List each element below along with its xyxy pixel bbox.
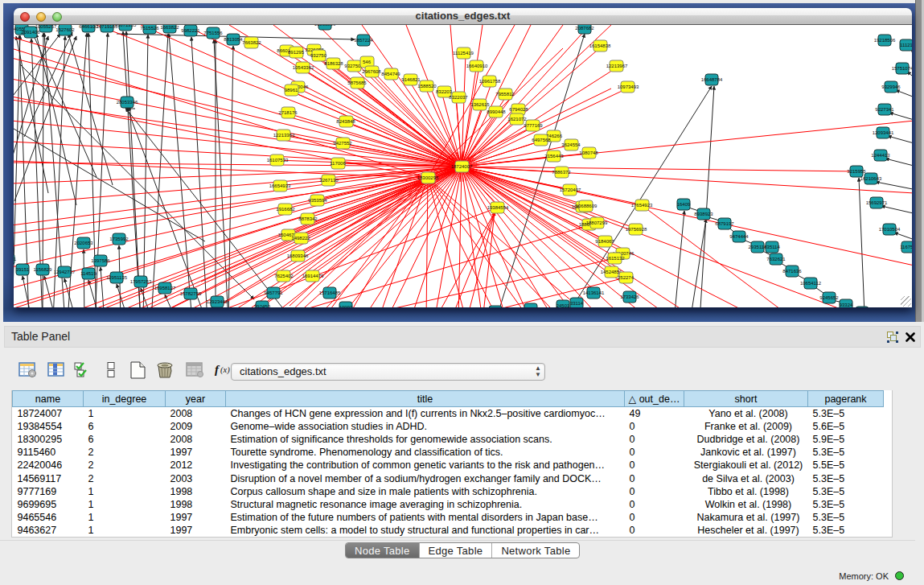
svg-text:9474444: 9474444 [729,234,749,239]
svg-text:1244413: 1244413 [871,153,890,158]
svg-text:17010504: 17010504 [879,227,901,232]
svg-text:24501: 24501 [556,303,570,307]
svg-text:9227341: 9227341 [875,107,894,112]
svg-text:39151: 39151 [16,267,30,272]
svg-text:8186328: 8186328 [324,61,343,66]
svg-text:8938923: 8938923 [694,212,713,216]
svg-text:932750: 932750 [310,53,327,58]
svg-text:2087682: 2087682 [575,26,594,31]
svg-text:16033809: 16033809 [314,25,336,27]
svg-text:117006: 117006 [330,161,346,166]
svg-text:8878342: 8878342 [298,216,318,221]
svg-text:11125419: 11125419 [453,51,474,56]
svg-text:1588520: 1588520 [417,84,437,89]
svg-text:93324: 93324 [840,303,853,307]
svg-text:8454749: 8454749 [381,72,400,76]
svg-text:7751556: 7751556 [203,31,223,35]
svg-text:15716485: 15716485 [319,290,341,295]
svg-text:3267130: 3267130 [319,178,339,183]
svg-text:114519: 114519 [80,271,97,276]
svg-text:546: 546 [363,60,372,64]
svg-text:16914479: 16914479 [302,274,324,278]
svg-text:6497568: 6497568 [532,138,551,142]
svg-text:18807299: 18807299 [586,220,608,225]
svg-text:12093441: 12093441 [873,130,894,135]
svg-text:18300295: 18300295 [417,175,439,180]
svg-text:17654923: 17654923 [631,203,653,208]
svg-text:7515526: 7515526 [140,26,159,31]
svg-text:1498222: 1498222 [291,236,310,241]
svg-text:7625402: 7625402 [274,274,294,278]
svg-text:891295: 891295 [288,50,305,55]
svg-text:16409: 16409 [677,202,691,207]
svg-text:16958127: 16958127 [154,286,176,290]
svg-text:16654933: 16654933 [269,183,291,188]
svg-text:16782759: 16782759 [180,291,202,296]
svg-text:10688609: 10688609 [576,204,598,208]
svg-text:18724007: 18724007 [451,164,473,169]
svg-text:19384554: 19384554 [487,205,509,210]
svg-text:8243848: 8243848 [336,119,355,124]
svg-text:10055257: 10055257 [35,25,57,29]
svg-text:252274: 252274 [618,275,634,280]
svg-text:8322037: 8322037 [449,95,468,100]
svg-text:9457791: 9457791 [264,290,283,295]
svg-text:2020653: 2020653 [74,241,93,245]
svg-text:16107533: 16107533 [267,158,289,163]
svg-text:15720407: 15720407 [560,187,581,192]
svg-text:16809346: 16809346 [287,253,309,258]
svg-text:2718176: 2718176 [278,110,298,115]
svg-text:7632621: 7632621 [766,257,786,262]
svg-text:19756928: 19756928 [626,227,647,232]
svg-text:(x): (x) [220,365,230,375]
svg-text:12942737: 12942737 [54,270,76,274]
svg-text:10093: 10093 [339,305,353,307]
svg-text:1156829: 1156829 [34,267,53,272]
svg-text:832203: 832203 [436,89,453,94]
svg-text:10543362: 10543362 [293,65,314,70]
svg-text:9811: 9811 [526,307,537,307]
svg-text:6794028: 6794028 [509,107,528,112]
svg-text:12213363: 12213363 [273,133,295,138]
svg-text:16671355: 16671355 [115,25,137,27]
svg-text:9329946: 9329946 [881,84,901,89]
svg-text:10654112: 10654112 [800,281,822,286]
svg-text:7886372: 7886372 [552,170,571,175]
svg-text:1615132: 1615132 [606,256,625,261]
svg-text:2091406: 2091406 [21,30,40,35]
svg-text:6879197: 6879197 [715,221,734,226]
svg-text:12923448: 12923448 [207,299,228,304]
svg-text:f: f [215,363,220,376]
svg-text:1733426: 1733426 [620,295,639,299]
svg-text:17957253: 17957253 [130,279,152,284]
svg-text:15751074: 15751074 [892,66,912,71]
svg-text:98961: 98961 [285,88,298,93]
svg-text:19218506: 19218506 [874,38,896,43]
svg-text:33114: 33114 [570,301,584,306]
svg-text:3624554: 3624554 [561,142,581,147]
svg-text:8990448: 8990448 [487,109,506,114]
svg-text:1735992: 1735992 [109,237,129,241]
svg-text:16648784: 16648784 [701,77,723,82]
svg-text:7955812: 7955812 [495,92,515,97]
svg-text:1621072: 1621072 [507,117,527,122]
svg-text:1527602: 1527602 [55,27,75,32]
svg-text:11121: 11121 [900,43,912,47]
svg-text:12951135: 12951135 [106,275,128,280]
svg-text:9777169: 9777169 [524,123,543,128]
svg-text:7663822: 7663822 [242,40,261,45]
svg-text:116753: 116753 [900,245,912,249]
svg-text:12213967: 12213967 [606,64,628,68]
svg-text:992450: 992450 [254,304,271,307]
svg-text:2156443: 2156443 [544,154,564,159]
svg-text:10961758: 10961758 [479,79,501,84]
svg-text:9982221: 9982221 [181,28,200,33]
svg-text:8813054: 8813054 [224,37,243,42]
svg-text:14136141: 14136141 [583,290,605,295]
svg-text:835114: 835114 [764,245,780,249]
svg-text:16640910: 16640910 [466,64,488,68]
svg-text:16210643: 16210643 [860,176,882,181]
svg-text:8471636: 8471636 [782,269,802,274]
svg-text:9184067: 9184067 [595,239,614,244]
svg-text:1663822: 1663822 [160,25,179,30]
